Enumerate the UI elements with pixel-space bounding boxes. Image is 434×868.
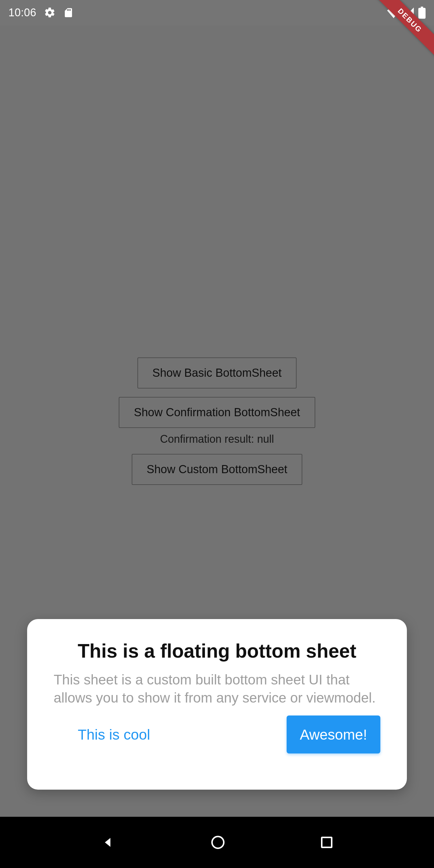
nav-recent-icon[interactable] bbox=[321, 837, 333, 848]
sheet-body: This sheet is a custom built bottom shee… bbox=[54, 671, 380, 707]
nav-home-icon[interactable] bbox=[211, 836, 224, 849]
floating-bottom-sheet: This is a floating bottom sheet This she… bbox=[27, 619, 407, 789]
status-bar: 10:06 bbox=[0, 0, 434, 25]
sd-card-icon bbox=[63, 7, 74, 18]
nav-back-icon[interactable] bbox=[101, 836, 115, 849]
sheet-actions: This is cool Awesome! bbox=[54, 715, 380, 753]
awesome-button[interactable]: Awesome! bbox=[287, 715, 380, 753]
sheet-title: This is a floating bottom sheet bbox=[54, 640, 380, 663]
battery-icon bbox=[418, 7, 426, 19]
system-nav-bar bbox=[0, 817, 434, 868]
settings-icon bbox=[44, 7, 56, 19]
status-clock: 10:06 bbox=[8, 6, 36, 19]
this-is-cool-button[interactable]: This is cool bbox=[70, 723, 157, 747]
app-screen: Show Basic BottomSheet Show Confirmation… bbox=[0, 25, 434, 817]
